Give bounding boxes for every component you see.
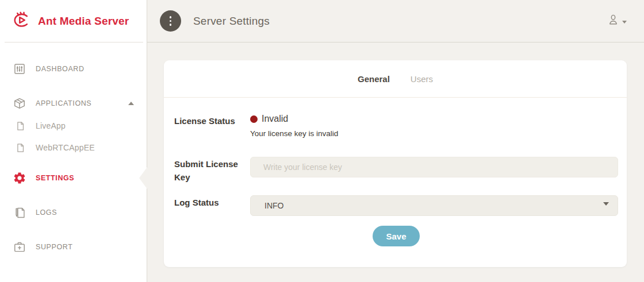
page-title: Server Settings [193,15,270,28]
submit-license-label: Submit License Key [174,157,250,184]
user-icon [607,13,620,29]
submit-license-row: Submit License Key [174,157,618,184]
sidebar-item-label: DASHBOARD [36,65,85,73]
sidebar-item-label: APPLICATIONS [36,99,91,107]
license-status-message: Your license key is invalid [250,129,618,138]
license-key-input[interactable] [250,157,618,177]
app-window: Ant Media Server DASHBOARD [0,0,644,282]
save-row: Save [174,226,618,246]
active-item-notch [139,167,147,189]
sidebar-item-dashboard[interactable]: DASHBOARD [0,57,147,80]
sidebar: Ant Media Server DASHBOARD [0,0,147,282]
sidebar-item-label: LOGS [36,208,57,217]
dashboard-sliders-icon [13,63,26,75]
save-button[interactable]: Save [373,226,419,246]
chevron-up-icon [128,102,134,105]
kebab-menu-icon [170,16,172,18]
content-area: General Users License Status Invalid You… [147,43,644,282]
sidebar-item-label: WebRTCAppEE [36,143,95,152]
file-icon [15,121,25,131]
sidebar-item-logs[interactable]: LOGS [0,201,147,224]
log-status-label: Log Status [174,195,250,216]
tab-general[interactable]: General [358,74,390,84]
sidebar-item-liveapp[interactable]: LiveApp [0,115,147,137]
kebab-menu-button[interactable] [160,10,181,32]
support-kit-icon [13,241,26,253]
chevron-down-icon [622,21,627,24]
sidebar-item-label: SUPPORT [36,243,72,251]
sidebar-item-label: SETTINGS [36,174,74,182]
user-menu-button[interactable] [607,13,627,29]
topbar: Server Settings [147,0,644,43]
license-status-label: License Status [174,114,250,146]
sidebar-item-label: LiveApp [36,121,66,130]
sidebar-nav: DASHBOARD APPLICATIONS [0,43,147,258]
license-status-value: Invalid Your license key is invalid [250,114,618,146]
log-status-select[interactable]: INFO [250,195,618,216]
status-dot-icon [250,115,258,123]
license-status-text: Invalid [262,114,288,124]
brand-logo[interactable]: Ant Media Server [0,0,147,42]
settings-form: License Status Invalid Your license key … [164,98,627,246]
sidebar-item-support[interactable]: SUPPORT [0,235,147,258]
main-area: Server Settings General Users [147,0,644,282]
tab-users[interactable]: Users [411,74,433,84]
file-icon [15,143,25,153]
brand-name: Ant Media Server [38,15,129,28]
sidebar-item-webrtcappee[interactable]: WebRTCAppEE [0,137,147,159]
applications-box-icon [13,97,26,110]
settings-card: General Users License Status Invalid You… [164,60,627,267]
sidebar-item-settings[interactable]: SETTINGS [0,167,147,190]
tab-bar: General Users [164,60,627,98]
gear-icon [13,171,26,185]
sidebar-item-applications[interactable]: APPLICATIONS [0,92,147,115]
ant-media-logo-icon [10,10,32,33]
log-file-icon [13,207,26,219]
license-status-row: License Status Invalid Your license key … [174,114,618,146]
log-status-row: Log Status INFO [174,195,618,216]
